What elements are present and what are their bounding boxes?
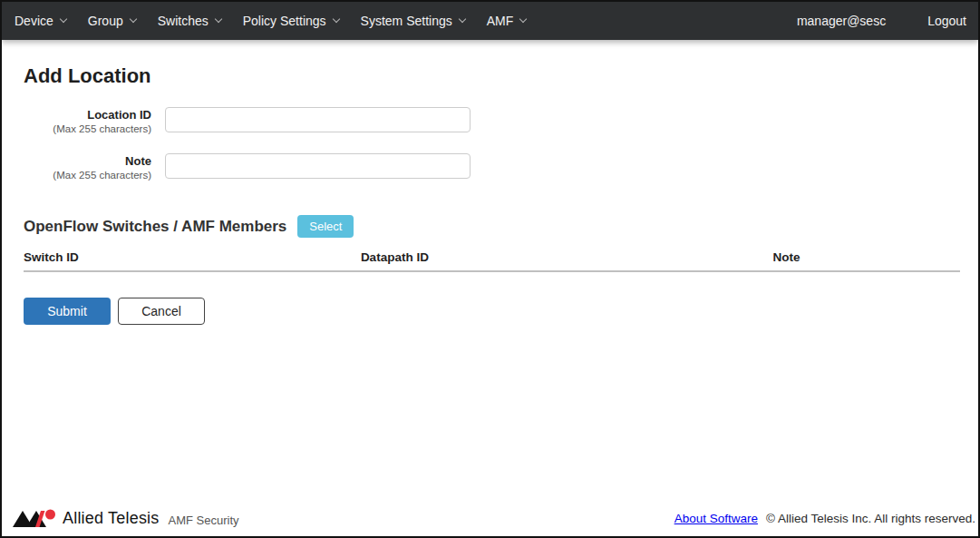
note-input[interactable] [165, 153, 471, 179]
members-section-title: OpenFlow Switches / AMF Members [24, 218, 286, 236]
chevron-down-icon [60, 15, 67, 23]
form-row-note: Note (Max 255 characters) [24, 153, 956, 181]
members-section-header: OpenFlow Switches / AMF Members Select [24, 215, 956, 238]
nav-item-label: Group [88, 14, 123, 28]
chevron-down-icon [129, 15, 136, 23]
nav-item-amf[interactable]: AMF [476, 2, 538, 40]
nav-item-system-settings[interactable]: System Settings [350, 2, 476, 40]
about-software-link[interactable]: About Software [674, 512, 758, 525]
select-members-button[interactable]: Select [297, 215, 354, 238]
cancel-button[interactable]: Cancel [118, 298, 205, 325]
product-name: AMF Security [169, 514, 239, 527]
logout-button[interactable]: Logout [927, 14, 966, 28]
note-label-group: Note (Max 255 characters) [24, 153, 151, 181]
submit-button[interactable]: Submit [24, 298, 111, 325]
chevron-down-icon [215, 15, 222, 23]
nav-item-label: System Settings [361, 14, 452, 28]
form-row-location-id: Location ID (Max 255 characters) [24, 107, 956, 135]
nav-item-label: Device [15, 14, 53, 28]
top-navbar: Device Group Switches Policy Settings Sy… [2, 2, 978, 40]
main-content: Add Location Location ID (Max 255 charac… [2, 40, 978, 502]
add-location-form: Location ID (Max 255 characters) Note (M… [24, 107, 956, 181]
nav-item-label: AMF [487, 14, 514, 28]
nav-item-group[interactable]: Group [77, 2, 147, 40]
form-actions: Submit Cancel [24, 298, 956, 325]
location-id-label-group: Location ID (Max 255 characters) [24, 107, 151, 135]
chevron-down-icon [519, 15, 527, 23]
nav-item-switches[interactable]: Switches [147, 2, 232, 40]
location-id-input[interactable] [165, 107, 471, 132]
column-header-switch-id: Switch ID [24, 250, 361, 271]
page-title: Add Location [24, 64, 956, 88]
chevron-down-icon [332, 15, 339, 23]
copyright-text: © Allied Telesis Inc. All rights reserve… [766, 512, 975, 525]
note-label: Note [24, 154, 151, 169]
logged-in-user: manager@sesc [797, 14, 886, 28]
footer-right: About Software © Allied Telesis Inc. All… [674, 512, 975, 525]
nav-item-device[interactable]: Device [4, 2, 77, 40]
page-footer: Allied Telesis AMF Security About Softwa… [2, 502, 978, 536]
chevron-down-icon [458, 15, 465, 23]
nav-item-policy-settings[interactable]: Policy Settings [232, 2, 350, 40]
note-hint: (Max 255 characters) [24, 169, 151, 181]
column-header-note: Note [772, 250, 960, 271]
members-table-header: Switch ID Datapath ID Note [24, 250, 960, 271]
location-id-hint: (Max 255 characters) [24, 122, 151, 135]
brand-name: Allied Telesis [63, 509, 160, 528]
location-id-label: Location ID [24, 108, 151, 122]
brand-area: Allied Telesis AMF Security [13, 508, 239, 528]
members-table: Switch ID Datapath ID Note [24, 250, 960, 272]
nav-item-label: Policy Settings [243, 14, 326, 28]
allied-telesis-logo-icon [13, 508, 56, 528]
column-header-datapath-id: Datapath ID [361, 250, 773, 271]
navbar-right: manager@sesc Logout [797, 2, 966, 40]
nav-item-label: Switches [158, 14, 209, 28]
